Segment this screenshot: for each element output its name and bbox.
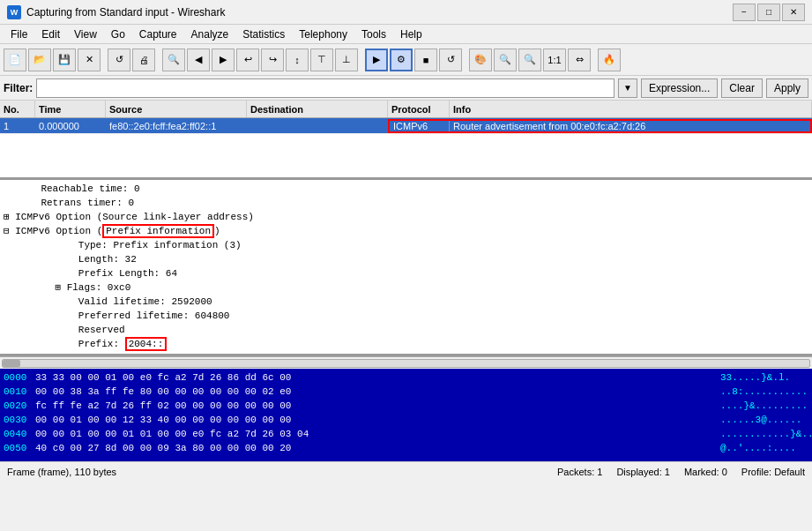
menu-item-file[interactable]: File <box>4 26 34 42</box>
hex-bytes: 40 c0 00 27 8d 00 00 09 3a 80 00 00 00 0… <box>35 441 713 455</box>
tb-capture-options[interactable]: ⚙ <box>390 49 413 71</box>
menu-item-statistics[interactable]: Statistics <box>235 26 292 42</box>
detail-pane[interactable]: Reachable time: 0 Retrans timer: 0 ⊞ ICM… <box>0 180 812 356</box>
detail-line[interactable]: ⊞ ICMPv6 Option (Source link-layer addre… <box>4 210 808 224</box>
detail-line: Reachable time: 0 <box>4 182 808 196</box>
expression-button[interactable]: Expression... <box>641 79 718 98</box>
hscroll-thumb[interactable] <box>3 360 20 367</box>
menu-item-tools[interactable]: Tools <box>354 26 393 42</box>
menu-item-help[interactable]: Help <box>393 26 429 42</box>
window-title: Capturing from Standard input - Wireshar… <box>26 6 733 19</box>
tb-find[interactable]: 🔍 <box>162 49 185 71</box>
hex-bytes: 00 00 01 00 00 01 01 00 00 e0 fc a2 7d 2… <box>35 427 713 441</box>
hex-offset: 0050 <box>4 441 35 455</box>
hex-offset: 0040 <box>4 427 35 441</box>
tb-firewall[interactable]: 🔥 <box>598 49 621 71</box>
tb-zoom-normal[interactable]: 1:1 <box>543 49 566 71</box>
tb-restart[interactable]: ↺ <box>439 49 462 71</box>
detail-line[interactable]: ⊞ Flags: 0xc0 <box>4 280 808 295</box>
col-header-source: Source <box>106 101 247 117</box>
menu-item-telephony[interactable]: Telephony <box>292 26 354 42</box>
tb-zoom-out[interactable]: 🔍 <box>518 49 541 71</box>
tb-zoom-in[interactable]: 🔍 <box>494 49 517 71</box>
tb-next[interactable]: ▶ <box>212 49 235 71</box>
menu-item-analyze[interactable]: Analyze <box>184 26 236 42</box>
hex-ascii: ....}&......... <box>720 399 808 413</box>
status-displayed: Displayed: 1 <box>616 467 670 477</box>
detail-line: Reserved <box>4 323 808 337</box>
status-profile: Profile: Default <box>741 467 805 477</box>
cell-protocol: ICMPv6 <box>390 121 450 131</box>
hex-bytes: 00 00 01 00 00 12 33 40 00 00 00 00 00 0… <box>35 413 713 427</box>
hex-offset: 0020 <box>4 399 35 413</box>
close-button[interactable]: ✕ <box>782 4 805 21</box>
app-icon: W <box>7 5 21 19</box>
hex-ascii: ............}&.. <box>720 427 808 441</box>
status-frame-info: Frame (frame), 110 bytes <box>7 467 116 477</box>
tb-colorize[interactable]: 🎨 <box>469 49 492 71</box>
tb-capture-interfaces[interactable]: ▶ <box>365 49 388 71</box>
tb-reload[interactable]: ↺ <box>108 49 130 71</box>
col-header-no: No. <box>0 101 35 117</box>
hex-row: 0030 00 00 01 00 00 12 33 40 00 00 00 00… <box>4 413 808 427</box>
tb-first[interactable]: ⊤ <box>310 49 333 71</box>
col-header-info: Info <box>450 101 812 117</box>
hex-bytes: 33 33 00 00 01 00 e0 fc a2 7d 26 86 dd 6… <box>35 370 713 385</box>
detail-line-prefix-option[interactable]: ⊟ ICMPv6 Option (Prefix information) <box>4 224 808 238</box>
tb-new-capture[interactable]: 📄 <box>4 49 26 71</box>
tb-back[interactable]: ↩ <box>236 49 259 71</box>
tb-last[interactable]: ⊥ <box>335 49 358 71</box>
hex-offset: 0030 <box>4 413 35 427</box>
tb-stop[interactable]: ■ <box>414 49 437 71</box>
filter-input[interactable] <box>36 79 615 98</box>
menu-item-view[interactable]: View <box>67 26 104 42</box>
tb-close[interactable]: ✕ <box>78 49 101 71</box>
col-header-destination: Destination <box>247 101 388 117</box>
status-right: Packets: 1 Displayed: 1 Marked: 0 Profil… <box>557 467 805 477</box>
minimize-button[interactable]: − <box>733 4 756 21</box>
tb-forward[interactable]: ↪ <box>261 49 284 71</box>
prefix-info-highlight: Prefix information <box>102 224 214 238</box>
tb-resize[interactable]: ⇔ <box>568 49 591 71</box>
tb-print[interactable]: 🖨 <box>132 49 155 71</box>
hex-offset: 0000 <box>4 370 35 385</box>
hscroll-track[interactable] <box>2 359 810 368</box>
table-row[interactable]: 1 0.000000 fe80::2e0:fcff:fea2:ff02::1 I… <box>0 118 812 134</box>
detail-line: Preferred lifetime: 604800 <box>4 309 808 323</box>
tb-save[interactable]: 💾 <box>53 49 76 71</box>
detail-line: Type: Prefix information (3) <box>4 238 808 252</box>
hex-ascii: ......3@...... <box>720 413 808 427</box>
cell-source: fe80::2e0:fcff:fea2:ff02::1 <box>106 121 247 131</box>
detail-line: Length: 32 <box>4 252 808 266</box>
menu-item-edit[interactable]: Edit <box>34 26 67 42</box>
hex-row: 0000 33 33 00 00 01 00 e0 fc a2 7d 26 86… <box>4 370 808 385</box>
statusbar: Frame (frame), 110 bytes Packets: 1 Disp… <box>0 461 812 481</box>
tb-goto[interactable]: ↕ <box>286 49 309 71</box>
tb-open[interactable]: 📂 <box>28 49 51 71</box>
hex-ascii: ..8:........... <box>720 385 808 399</box>
cell-info: Router advertisement from 00:e0:fc:a2:7d… <box>450 121 810 131</box>
hex-offset: 0010 <box>4 385 35 399</box>
menu-item-capture[interactable]: Capture <box>132 26 184 42</box>
proto-info-highlight: ICMPv6 Router advertisement from 00:e0:f… <box>388 119 812 133</box>
apply-button[interactable]: Apply <box>766 79 808 98</box>
cell-no: 1 <box>0 121 35 131</box>
hex-row: 0050 40 c0 00 27 8d 00 00 09 3a 80 00 00… <box>4 441 808 455</box>
menu-item-go[interactable]: Go <box>104 26 132 42</box>
packet-list-header: No. Time Source Destination Protocol Inf… <box>0 101 812 118</box>
titlebar: W Capturing from Standard input - Wiresh… <box>0 0 812 25</box>
filter-dropdown[interactable]: ▼ <box>618 79 637 98</box>
hex-pane[interactable]: 0000 33 33 00 00 01 00 e0 fc a2 7d 26 86… <box>0 369 812 461</box>
hex-row: 0010 00 00 38 3a ff fe 80 00 00 00 00 00… <box>4 385 808 399</box>
hex-ascii: 33.....}&.l. <box>720 370 808 385</box>
clear-button[interactable]: Clear <box>721 79 763 98</box>
hex-row: 0040 00 00 01 00 00 01 01 00 00 e0 fc a2… <box>4 427 808 441</box>
hex-ascii: @..'....:.... <box>720 441 808 455</box>
maximize-button[interactable]: □ <box>757 4 780 21</box>
window-controls: − □ ✕ <box>733 4 805 21</box>
detail-line: Valid lifetime: 2592000 <box>4 295 808 309</box>
hex-bytes: fc ff fe a2 7d 26 ff 02 00 00 00 00 00 0… <box>35 399 713 413</box>
menubar: FileEditViewGoCaptureAnalyzeStatisticsTe… <box>0 25 812 44</box>
horizontal-scrollbar[interactable] <box>0 356 812 369</box>
tb-prev[interactable]: ◀ <box>187 49 210 71</box>
